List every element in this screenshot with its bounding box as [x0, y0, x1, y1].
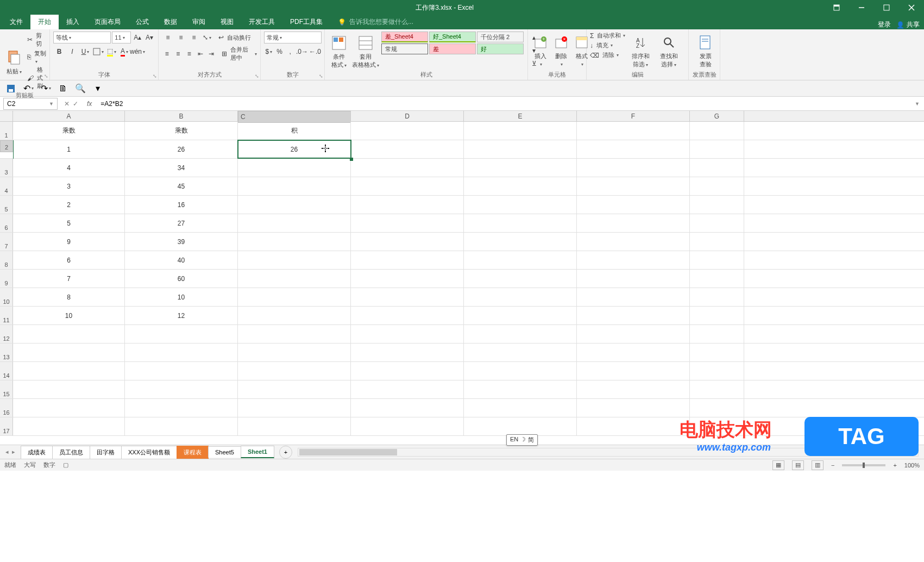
cell-C6[interactable]: [238, 214, 351, 232]
align-top-button[interactable]: ≡: [162, 32, 174, 43]
cell-E11[interactable]: [464, 307, 577, 324]
tab-layout[interactable]: 页面布局: [87, 15, 128, 29]
cell-B13[interactable]: [125, 344, 238, 361]
cell-D5[interactable]: [351, 196, 464, 214]
login-link[interactable]: 登录: [878, 20, 891, 29]
cell-D13[interactable]: [351, 344, 464, 361]
cell-B1[interactable]: 乘数: [125, 122, 238, 140]
cell-C2[interactable]: 26: [238, 140, 351, 158]
cell-C10[interactable]: [238, 288, 351, 306]
cell-D2[interactable]: [351, 140, 464, 158]
cell-E1[interactable]: [464, 122, 577, 140]
cell-D16[interactable]: [351, 399, 464, 417]
tab-file[interactable]: 文件: [2, 15, 30, 29]
cell-E5[interactable]: [464, 196, 577, 214]
bold-button[interactable]: B: [53, 46, 65, 58]
cell-F11[interactable]: [577, 307, 690, 324]
cell-B7[interactable]: 39: [125, 233, 238, 251]
cell-D6[interactable]: [351, 214, 464, 232]
accounting-format-button[interactable]: $: [264, 46, 274, 58]
fill-handle[interactable]: [350, 158, 353, 161]
cell-D10[interactable]: [351, 288, 464, 306]
cell-E16[interactable]: [464, 399, 577, 417]
align-left-button[interactable]: ≡: [162, 48, 172, 60]
tab-review[interactable]: 审阅: [185, 15, 213, 29]
font-name-select[interactable]: 等线: [53, 32, 111, 43]
cell-A17[interactable]: [13, 417, 125, 435]
cell-D7[interactable]: [351, 233, 464, 251]
style-bad[interactable]: 差: [429, 43, 476, 54]
style-bad-sheet4[interactable]: 差_Sheet4: [381, 32, 428, 42]
row-header-12[interactable]: 12: [0, 325, 13, 343]
cell-A11[interactable]: 10: [13, 307, 125, 324]
sheet-nav-first-icon[interactable]: ◂: [5, 448, 9, 455]
cell-F7[interactable]: [577, 233, 690, 251]
cell-B17[interactable]: [125, 417, 238, 435]
cell-F12[interactable]: [577, 325, 690, 343]
cell-G9[interactable]: [690, 270, 744, 288]
cell-E13[interactable]: [464, 344, 577, 361]
tab-pdf[interactable]: PDF工具集: [282, 15, 330, 29]
zoom-in-button[interactable]: +: [893, 462, 896, 469]
cell-A3[interactable]: 4: [13, 159, 125, 177]
indent-increase-button[interactable]: ⇥: [206, 48, 217, 60]
cell-C9[interactable]: [238, 270, 351, 288]
cell-D11[interactable]: [351, 307, 464, 324]
cell-F17[interactable]: [577, 417, 690, 435]
cell-F9[interactable]: [577, 270, 690, 288]
cell-A16[interactable]: [13, 399, 125, 417]
cell-G3[interactable]: [690, 159, 744, 177]
cell-B9[interactable]: 60: [125, 270, 238, 288]
cell-C16[interactable]: [238, 399, 351, 417]
align-center-button[interactable]: ≡: [173, 48, 184, 60]
row-header-17[interactable]: 17: [0, 417, 13, 435]
col-header-C[interactable]: C: [238, 111, 351, 123]
cell-C12[interactable]: [238, 325, 351, 343]
cell-B8[interactable]: 40: [125, 251, 238, 269]
comma-button[interactable]: ,: [285, 46, 295, 58]
cell-G4[interactable]: [690, 177, 744, 195]
col-header-D[interactable]: D: [351, 111, 464, 121]
font-size-select[interactable]: 11: [112, 32, 131, 43]
align-right-button[interactable]: ≡: [184, 48, 194, 60]
style-thousands[interactable]: 千位分隔 2: [477, 32, 524, 42]
style-good-sheet4[interactable]: 好_Sheet4: [429, 32, 476, 42]
cell-F15[interactable]: [577, 380, 690, 398]
tab-view[interactable]: 视图: [213, 15, 241, 29]
merge-center-button[interactable]: ⊞合并后居中: [222, 46, 257, 62]
cell-G7[interactable]: [690, 233, 744, 251]
formula-input[interactable]: [96, 98, 910, 110]
cell-C13[interactable]: [238, 344, 351, 361]
select-all-corner[interactable]: [0, 111, 13, 121]
cell-B14[interactable]: [125, 362, 238, 380]
cut-button[interactable]: ✂剪切: [27, 32, 46, 48]
cell-G13[interactable]: [690, 344, 744, 361]
cell-E17[interactable]: [464, 417, 577, 435]
cell-F13[interactable]: [577, 344, 690, 361]
view-normal-button[interactable]: ▦: [772, 460, 784, 470]
orientation-button[interactable]: ⤡: [201, 32, 213, 43]
decrease-decimal-button[interactable]: ←.0: [309, 46, 321, 58]
cell-D12[interactable]: [351, 325, 464, 343]
increase-decimal-button[interactable]: .0→: [296, 46, 308, 58]
cell-E12[interactable]: [464, 325, 577, 343]
cell-G15[interactable]: [690, 380, 744, 398]
cell-E2[interactable]: [464, 140, 577, 158]
clipboard-launcher-icon[interactable]: ⤡: [44, 73, 48, 79]
zoom-level[interactable]: 100%: [904, 462, 920, 469]
cell-F10[interactable]: [577, 288, 690, 306]
cell-D1[interactable]: [351, 122, 464, 140]
grow-font-button[interactable]: A▴: [132, 32, 143, 43]
cell-A10[interactable]: 8: [13, 288, 125, 306]
cell-C14[interactable]: [238, 362, 351, 380]
tab-dev[interactable]: 开发工具: [241, 15, 282, 29]
cell-A9[interactable]: 7: [13, 270, 125, 288]
invoice-check-button[interactable]: 发票 查验: [692, 32, 719, 68]
autosum-button[interactable]: Σ自动求和: [590, 32, 625, 40]
shrink-font-button[interactable]: A▾: [144, 32, 155, 43]
cell-E10[interactable]: [464, 288, 577, 306]
sort-filter-button[interactable]: AZ排序和筛选: [627, 32, 653, 68]
row-header-1[interactable]: 1: [0, 122, 13, 140]
print-preview-button[interactable]: 🔍: [75, 83, 86, 94]
cell-D17[interactable]: [351, 417, 464, 435]
